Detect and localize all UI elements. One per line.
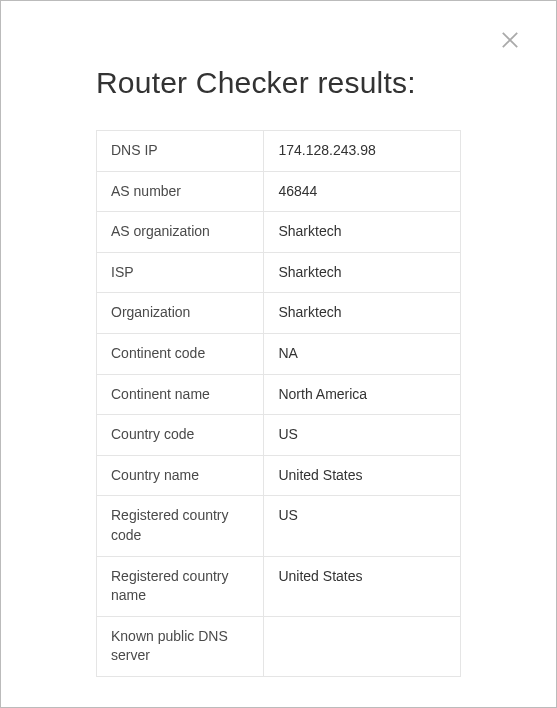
row-value: Sharktech <box>264 252 461 293</box>
table-row: DNS IP 174.128.243.98 <box>97 131 461 172</box>
row-label: Continent code <box>97 333 264 374</box>
table-row: Registered country name United States <box>97 556 461 616</box>
close-button[interactable] <box>501 31 521 51</box>
table-row: Continent code NA <box>97 333 461 374</box>
table-row: AS organization Sharktech <box>97 212 461 253</box>
row-label: Country code <box>97 415 264 456</box>
row-label: Organization <box>97 293 264 334</box>
table-row: ISP Sharktech <box>97 252 461 293</box>
row-value: US <box>264 496 461 556</box>
table-row: Known public DNS server <box>97 616 461 676</box>
row-value: US <box>264 415 461 456</box>
row-label: Country name <box>97 455 264 496</box>
close-icon <box>501 35 519 52</box>
row-label: DNS IP <box>97 131 264 172</box>
row-label: Continent name <box>97 374 264 415</box>
table-row: Organization Sharktech <box>97 293 461 334</box>
row-value: North America <box>264 374 461 415</box>
table-row: Country code US <box>97 415 461 456</box>
modal-title: Router Checker results: <box>96 66 536 100</box>
row-label: Known public DNS server <box>97 616 264 676</box>
row-value: Sharktech <box>264 212 461 253</box>
results-tbody: DNS IP 174.128.243.98 AS number 46844 AS… <box>97 131 461 677</box>
row-label: AS organization <box>97 212 264 253</box>
table-row: Continent name North America <box>97 374 461 415</box>
row-label: AS number <box>97 171 264 212</box>
results-table: DNS IP 174.128.243.98 AS number 46844 AS… <box>96 130 461 677</box>
row-label: Registered country code <box>97 496 264 556</box>
router-checker-modal: Router Checker results: DNS IP 174.128.2… <box>0 0 557 708</box>
row-value: 46844 <box>264 171 461 212</box>
row-value: United States <box>264 455 461 496</box>
row-value: 174.128.243.98 <box>264 131 461 172</box>
table-row: Country name United States <box>97 455 461 496</box>
row-value: NA <box>264 333 461 374</box>
table-row: Registered country code US <box>97 496 461 556</box>
row-value <box>264 616 461 676</box>
row-value: Sharktech <box>264 293 461 334</box>
row-label: Registered country name <box>97 556 264 616</box>
table-row: AS number 46844 <box>97 171 461 212</box>
row-label: ISP <box>97 252 264 293</box>
results-table-wrap: DNS IP 174.128.243.98 AS number 46844 AS… <box>96 130 461 677</box>
row-value: United States <box>264 556 461 616</box>
